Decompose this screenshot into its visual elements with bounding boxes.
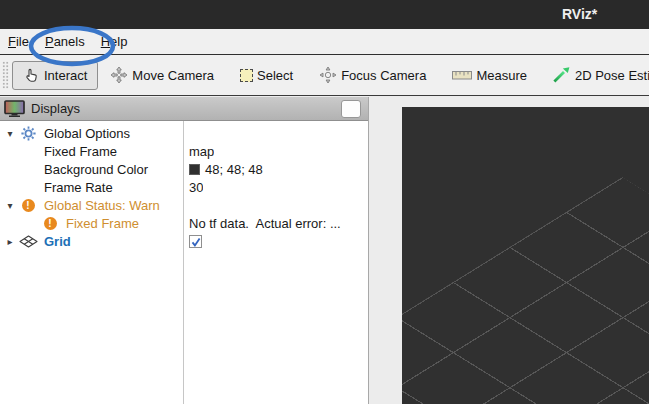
pose-arrow-icon bbox=[553, 67, 571, 83]
property-value-cell[interactable]: 30 bbox=[183, 180, 203, 195]
property-name-cell: ▾!Global Status: Warn bbox=[0, 198, 183, 213]
tool-label: Move Camera bbox=[132, 68, 214, 83]
menu-help[interactable]: Help bbox=[93, 29, 136, 54]
value-text: No tf data. Actual error: ... bbox=[189, 216, 341, 231]
property-label: Global Options bbox=[44, 126, 130, 141]
tree-row-fixed-frame[interactable]: Fixed Framemap bbox=[0, 142, 367, 160]
tree-row-grid[interactable]: ▸Grid bbox=[0, 232, 367, 250]
menu-bar: FilePanelsHelp bbox=[0, 29, 649, 55]
tool-bar: InteractMove CameraSelectFocus CameraMea… bbox=[0, 55, 649, 96]
tree-row-frame-rate[interactable]: Frame Rate30 bbox=[0, 178, 367, 196]
menu-mnemonic: H bbox=[101, 34, 110, 49]
displays-panel: Displays ▾Global OptionsFixed FramemapBa… bbox=[0, 97, 369, 404]
enabled-checkbox[interactable] bbox=[189, 235, 202, 248]
tool-label: Focus Camera bbox=[341, 68, 426, 83]
property-value-cell[interactable] bbox=[183, 234, 202, 248]
value-text: map bbox=[189, 144, 214, 159]
value-text: 30 bbox=[189, 180, 203, 195]
tree-row-background-color[interactable]: Background Color48; 48; 48 bbox=[0, 160, 367, 178]
measure-ruler-icon bbox=[452, 70, 472, 81]
property-name-cell: ▸Grid bbox=[0, 234, 183, 249]
window-titlebar: RViz* bbox=[0, 0, 649, 29]
tool-label: 2D Pose Esti bbox=[575, 68, 649, 83]
grid-icon bbox=[18, 235, 38, 248]
property-name-cell: !Fixed Frame bbox=[0, 216, 183, 231]
displays-monitor-icon bbox=[4, 100, 25, 117]
gear-icon bbox=[18, 126, 38, 141]
property-label: Frame Rate bbox=[44, 180, 113, 195]
panel-header-button[interactable] bbox=[341, 100, 361, 118]
tool-measure[interactable]: Measure bbox=[452, 68, 527, 83]
tool-move-camera[interactable]: Move Camera bbox=[110, 66, 214, 84]
property-value-cell[interactable]: map bbox=[183, 144, 214, 159]
tree-row-fixed-frame[interactable]: !Fixed FrameNo tf data. Actual error: ..… bbox=[0, 214, 367, 232]
render-viewport[interactable] bbox=[402, 107, 649, 404]
menu-mnemonic: P bbox=[45, 34, 54, 49]
property-label: Grid bbox=[44, 234, 71, 249]
menu-mnemonic: F bbox=[8, 34, 16, 49]
expander-down-icon[interactable]: ▾ bbox=[2, 200, 18, 211]
warning-icon: ! bbox=[18, 199, 38, 212]
hand-cursor-icon bbox=[23, 67, 40, 84]
displays-panel-header[interactable]: Displays bbox=[0, 97, 368, 121]
tree-row-global-status-warn[interactable]: ▾!Global Status: Warn bbox=[0, 196, 367, 214]
tree-row-global-options[interactable]: ▾Global Options bbox=[0, 124, 367, 142]
property-name-cell: Frame Rate bbox=[0, 180, 183, 195]
tool-label: Select bbox=[257, 68, 293, 83]
expander-down-icon[interactable]: ▾ bbox=[2, 128, 18, 139]
window-title: RViz* bbox=[562, 6, 597, 22]
property-label: Background Color bbox=[44, 162, 148, 177]
warning-icon: ! bbox=[40, 217, 60, 230]
tool-focus-camera[interactable]: Focus Camera bbox=[319, 66, 426, 84]
menu-label-rest: ile bbox=[16, 34, 29, 49]
menu-file[interactable]: File bbox=[0, 29, 37, 54]
tool-2d-pose-esti[interactable]: 2D Pose Esti bbox=[553, 67, 649, 83]
color-swatch bbox=[189, 164, 200, 175]
select-box-icon bbox=[240, 69, 253, 82]
property-name-cell: ▾Global Options bbox=[0, 126, 183, 141]
menu-label-rest: elp bbox=[110, 34, 127, 49]
property-label: Fixed Frame bbox=[44, 144, 117, 159]
tool-label: Measure bbox=[476, 68, 527, 83]
move-camera-icon bbox=[110, 66, 128, 84]
tool-label: Interact bbox=[44, 68, 87, 83]
property-label: Global Status: Warn bbox=[44, 198, 160, 213]
menu-label-rest: anels bbox=[54, 34, 85, 49]
tool-interact[interactable]: Interact bbox=[12, 61, 98, 90]
ground-grid bbox=[402, 177, 649, 404]
expander-right-icon[interactable]: ▸ bbox=[2, 236, 18, 247]
property-name-cell: Fixed Frame bbox=[0, 144, 183, 159]
property-value-cell[interactable]: No tf data. Actual error: ... bbox=[183, 216, 341, 231]
property-label: Fixed Frame bbox=[66, 216, 139, 231]
tool-select[interactable]: Select bbox=[240, 68, 293, 83]
toolbar-drag-handle[interactable] bbox=[2, 61, 9, 89]
displays-tree: ▾Global OptionsFixed FramemapBackground … bbox=[0, 124, 367, 250]
property-value-cell[interactable]: 48; 48; 48 bbox=[183, 162, 263, 177]
focus-camera-icon bbox=[319, 66, 337, 84]
check-icon bbox=[191, 237, 201, 247]
property-name-cell: Background Color bbox=[0, 162, 183, 177]
value-text: 48; 48; 48 bbox=[205, 162, 263, 177]
displays-panel-title: Displays bbox=[31, 101, 341, 116]
menu-panels[interactable]: Panels bbox=[37, 29, 93, 54]
